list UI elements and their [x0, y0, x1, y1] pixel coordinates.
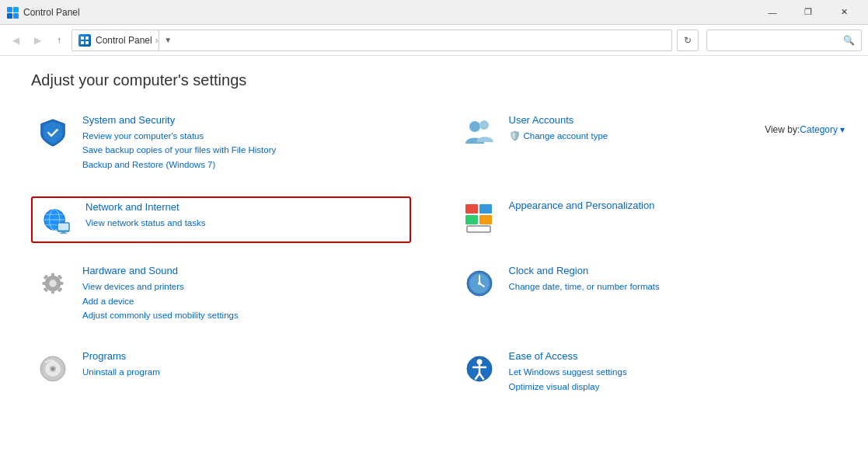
view-by-label: View by:: [765, 124, 800, 135]
svg-rect-18: [60, 233, 68, 234]
address-chevron[interactable]: ▼: [159, 30, 177, 51]
programs-title[interactable]: Programs: [82, 350, 408, 362]
svg-rect-3: [13, 13, 19, 19]
category-user-accounts: User Accounts 🛡️ Change account type: [458, 111, 838, 175]
system-security-title[interactable]: System and Security: [82, 114, 408, 126]
svg-point-8: [469, 121, 480, 132]
category-programs: Programs Uninstall a program: [31, 347, 411, 397]
network-internet-link-1[interactable]: View network status and tasks: [85, 216, 405, 230]
ease-link-1[interactable]: Let Windows suggest settings: [509, 365, 835, 379]
category-hardware-sound: Hardware and Sound View devices and prin…: [31, 262, 411, 325]
network-internet-text: Network and Internet View network status…: [85, 201, 405, 230]
ease-access-icon: [461, 350, 498, 387]
svg-rect-29: [59, 282, 64, 285]
svg-rect-17: [61, 231, 66, 233]
appearance-title[interactable]: Appearance and Personalization: [509, 200, 835, 211]
user-accounts-icon: [461, 114, 498, 151]
appearance-icon: [461, 200, 498, 237]
ease-link-2[interactable]: Optimize visual display: [509, 380, 835, 394]
svg-rect-6: [81, 41, 84, 44]
svg-point-42: [51, 367, 54, 370]
svg-rect-0: [7, 7, 12, 12]
categories-grid: System and Security Review your computer…: [31, 111, 837, 419]
search-field[interactable]: 🔍: [706, 30, 862, 51]
svg-rect-19: [465, 204, 478, 214]
programs-text: Programs Uninstall a program: [82, 350, 408, 379]
svg-rect-5: [85, 36, 89, 40]
svg-rect-2: [7, 13, 12, 19]
svg-rect-22: [479, 215, 492, 224]
hardware-sound-title[interactable]: Hardware and Sound: [82, 265, 408, 276]
close-button[interactable]: ✕: [826, 0, 862, 25]
system-security-link-3[interactable]: Backup and Restore (Windows 7): [82, 158, 408, 172]
hardware-icon: [34, 265, 71, 302]
category-ease-access: Ease of Access Let Windows suggest setti…: [458, 347, 838, 397]
view-by-chevron-icon: ▾: [840, 124, 845, 135]
svg-rect-4: [81, 36, 84, 40]
app-icon: [6, 6, 19, 19]
category-network-internet: Network and Internet View network status…: [31, 196, 411, 243]
clock-region-text: Clock and Region Change date, time, or n…: [509, 265, 835, 293]
network-internet-title[interactable]: Network and Internet: [85, 201, 405, 213]
svg-rect-1: [13, 7, 19, 12]
window-controls: — ❐ ✕: [755, 0, 862, 25]
programs-link-1[interactable]: Uninstall a program: [82, 365, 408, 379]
address-field[interactable]: Control Panel › ▼: [71, 30, 672, 51]
ease-access-text: Ease of Access Let Windows suggest setti…: [509, 350, 835, 394]
window-title: Control Panel: [23, 7, 755, 18]
svg-rect-16: [58, 224, 68, 231]
maximize-button[interactable]: ❐: [790, 0, 826, 25]
svg-rect-21: [465, 215, 478, 224]
view-by-value: Category: [800, 124, 838, 135]
programs-icon: [34, 350, 71, 387]
svg-rect-28: [43, 282, 47, 285]
svg-rect-23: [467, 226, 490, 232]
clock-link-1[interactable]: Change date, time, or number formats: [509, 280, 835, 293]
network-icon: [37, 201, 75, 238]
user-accounts-link-1[interactable]: Change account type: [524, 129, 608, 143]
minimize-button[interactable]: —: [755, 0, 790, 25]
address-bar: ◀ ▶ ↑ Control Panel › ▼ ↻ 🔍: [0, 25, 868, 56]
system-security-text: System and Security Review your computer…: [82, 114, 408, 172]
svg-point-25: [49, 280, 57, 287]
page-title: Adjust your computer's settings: [31, 71, 837, 89]
svg-rect-20: [479, 204, 492, 214]
path-icon: [78, 34, 91, 47]
system-security-link-1[interactable]: Review your computer's status: [82, 129, 408, 143]
up-button[interactable]: ↑: [50, 31, 68, 50]
category-clock-region: Clock and Region Change date, time, or n…: [458, 262, 838, 325]
hardware-link-2[interactable]: Add a device: [82, 294, 408, 308]
svg-point-38: [478, 282, 481, 285]
path-text: Control Panel: [96, 35, 152, 46]
hardware-link-1[interactable]: View devices and printers: [82, 280, 408, 293]
appearance-text: Appearance and Personalization: [509, 200, 835, 214]
main-content: Adjust your computer's settings System a…: [0, 56, 868, 434]
system-security-icon: [34, 114, 71, 151]
svg-point-9: [479, 120, 489, 130]
svg-rect-26: [51, 273, 54, 278]
title-bar: Control Panel — ❐ ✕: [0, 0, 868, 25]
clock-region-title[interactable]: Clock and Region: [509, 265, 835, 276]
svg-rect-7: [85, 41, 89, 44]
category-appearance: Appearance and Personalization: [458, 196, 838, 240]
view-by-control: View by: Category ▾: [765, 124, 845, 135]
ease-access-title[interactable]: Ease of Access: [509, 350, 835, 362]
back-button[interactable]: ◀: [6, 31, 25, 50]
refresh-button[interactable]: ↻: [677, 30, 699, 51]
clock-icon: [461, 265, 498, 302]
view-by-dropdown[interactable]: Category ▾: [800, 124, 845, 135]
hardware-sound-text: Hardware and Sound View devices and prin…: [82, 265, 408, 322]
hardware-link-3[interactable]: Adjust commonly used mobility settings: [82, 308, 408, 322]
svg-rect-27: [51, 290, 54, 294]
search-icon: 🔍: [843, 35, 855, 46]
forward-button[interactable]: ▶: [28, 31, 47, 50]
system-security-link-2[interactable]: Save backup copies of your files with Fi…: [82, 143, 408, 157]
category-system-security: System and Security Review your computer…: [31, 111, 411, 175]
